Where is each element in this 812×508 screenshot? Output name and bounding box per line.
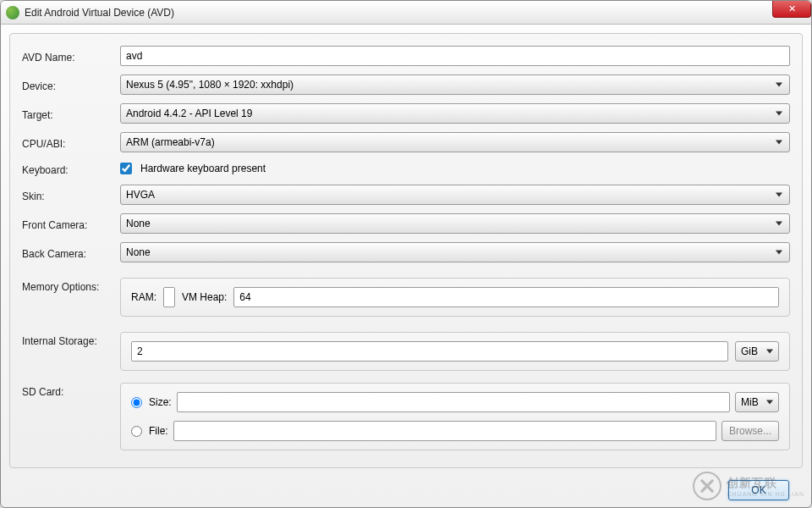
cpu-abi-select[interactable]: ARM (armeabi-v7a) [120, 132, 790, 152]
sd-file-input [173, 421, 716, 441]
label-internal-storage: Internal Storage: [22, 332, 120, 347]
label-target: Target: [22, 106, 120, 121]
front-camera-select-value: None [126, 218, 151, 229]
android-icon [6, 6, 19, 19]
label-back-camera: Back Camera: [22, 245, 120, 260]
back-camera-select[interactable]: None [120, 242, 790, 262]
cpu-abi-select-value: ARM (armeabi-v7a) [126, 136, 215, 148]
ram-label: RAM: [131, 291, 156, 303]
window-title: Edit Android Virtual Device (AVD) [25, 7, 174, 19]
close-button[interactable]: ✕ [772, 1, 811, 18]
vm-heap-input[interactable] [233, 287, 779, 307]
skin-select[interactable]: HVGA [120, 185, 790, 205]
label-keyboard: Keyboard: [22, 161, 120, 176]
sd-card-panel: Size: MiB File: Browse... [120, 383, 790, 450]
label-cpu-abi: CPU/ABI: [22, 135, 120, 150]
internal-storage-input[interactable] [131, 341, 728, 362]
device-select-value: Nexus 5 (4.95", 1080 × 1920: xxhdpi) [126, 79, 294, 91]
internal-storage-unit-select[interactable]: GiB [735, 341, 779, 362]
back-camera-select-value: None [126, 246, 151, 258]
button-bar: OK [9, 468, 803, 500]
internal-storage-unit-value: GiB [741, 345, 758, 357]
front-camera-select[interactable]: None [120, 213, 790, 234]
ram-input[interactable] [163, 287, 175, 307]
keyboard-checkbox-label[interactable]: Hardware keyboard present [140, 163, 266, 174]
device-select[interactable]: Nexus 5 (4.95", 1080 × 1920: xxhdpi) [120, 75, 790, 95]
sd-size-label[interactable]: Size: [149, 396, 172, 408]
memory-panel: RAM: VM Heap: [120, 278, 790, 317]
window: Edit Android Virtual Device (AVD) ✕ AVD … [0, 0, 812, 508]
label-front-camera: Front Camera: [22, 216, 120, 231]
sd-size-radio[interactable] [131, 397, 142, 408]
internal-storage-panel: GiB [120, 332, 790, 371]
content: AVD Name: Device: Nexus 5 (4.95", 1080 ×… [1, 25, 811, 507]
sd-size-unit-value: MiB [741, 396, 759, 408]
label-device: Device: [22, 77, 120, 92]
target-select[interactable]: Android 4.4.2 - API Level 19 [120, 103, 790, 124]
keyboard-checkbox[interactable] [120, 163, 132, 174]
sd-file-radio[interactable] [131, 426, 142, 437]
sd-size-unit-select[interactable]: MiB [735, 392, 779, 412]
label-sd-card: SD Card: [22, 383, 120, 398]
target-select-value: Android 4.4.2 - API Level 19 [126, 108, 252, 119]
browse-button: Browse... [721, 421, 779, 441]
close-icon: ✕ [788, 3, 796, 14]
sd-file-label[interactable]: File: [149, 425, 168, 437]
form-panel: AVD Name: Device: Nexus 5 (4.95", 1080 ×… [9, 33, 803, 468]
label-avd-name: AVD Name: [22, 48, 120, 64]
sd-size-input[interactable] [177, 392, 730, 412]
label-memory-options: Memory Options: [22, 278, 120, 293]
ok-button[interactable]: OK [728, 480, 789, 500]
label-skin: Skin: [22, 187, 120, 202]
skin-select-value: HVGA [126, 189, 155, 201]
titlebar: Edit Android Virtual Device (AVD) ✕ [1, 1, 811, 25]
vm-heap-label: VM Heap: [182, 291, 227, 303]
avd-name-input[interactable] [120, 46, 790, 66]
